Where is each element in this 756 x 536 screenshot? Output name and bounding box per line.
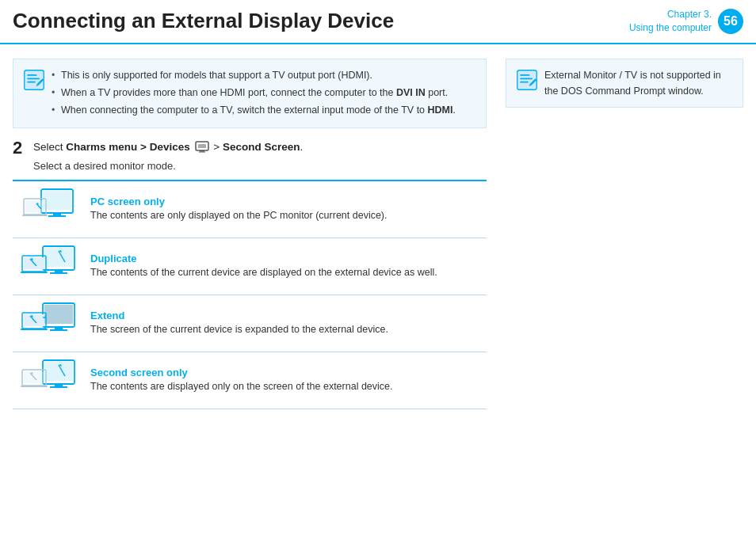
mode-name: Second screen only bbox=[90, 367, 479, 378]
svg-rect-13 bbox=[48, 215, 66, 217]
mode-desc: The contents of the current device are d… bbox=[90, 267, 437, 278]
svg-rect-57 bbox=[520, 78, 533, 79]
mode-desc: The contents are only displayed on the P… bbox=[90, 210, 388, 221]
table-row: Extend The screen of the current device … bbox=[13, 295, 487, 352]
mode-name: Extend bbox=[90, 310, 479, 321]
svg-rect-23 bbox=[50, 272, 67, 274]
svg-rect-12 bbox=[53, 213, 61, 215]
right-note-box: External Monitor / TV is not supported i… bbox=[506, 59, 743, 108]
left-note-box: This is only supported for models that s… bbox=[13, 59, 487, 128]
mode-table: PC screen only The contents are only dis… bbox=[13, 180, 487, 409]
mode-icon-cell bbox=[13, 352, 86, 409]
table-row: PC screen only The contents are only dis… bbox=[13, 181, 487, 238]
svg-rect-35 bbox=[50, 329, 67, 331]
svg-rect-1 bbox=[27, 74, 36, 76]
mode-icon-cell bbox=[13, 295, 86, 352]
chapter-sub: Using the computer bbox=[629, 22, 712, 33]
svg-marker-17 bbox=[29, 215, 38, 216]
second-screen-only-icon bbox=[21, 359, 78, 400]
step-instruction: Select Charms menu > Devices > Second Sc… bbox=[33, 139, 303, 155]
mode-name: PC screen only bbox=[90, 196, 479, 207]
svg-rect-2 bbox=[27, 78, 40, 79]
right-note-text: External Monitor / TV is not supported i… bbox=[544, 67, 733, 99]
svg-rect-46 bbox=[50, 386, 67, 388]
main-content: This is only supported for models that s… bbox=[0, 44, 756, 409]
svg-rect-8 bbox=[200, 150, 204, 152]
svg-rect-56 bbox=[520, 74, 529, 76]
mode-text-cell: Second screen only The contents are disp… bbox=[86, 352, 487, 409]
svg-rect-45 bbox=[55, 384, 63, 386]
step-number: 2 bbox=[13, 139, 27, 157]
svg-rect-44 bbox=[44, 362, 73, 381]
right-column: External Monitor / TV is not supported i… bbox=[506, 59, 743, 409]
svg-marker-29 bbox=[27, 272, 41, 273]
duplicate-icon bbox=[21, 245, 78, 286]
svg-rect-55 bbox=[517, 70, 537, 89]
mode-name: Duplicate bbox=[90, 253, 479, 264]
svg-rect-9 bbox=[199, 152, 205, 153]
step-sub-text: Select a desired monitor mode. bbox=[33, 160, 487, 172]
svg-rect-15 bbox=[25, 200, 44, 212]
svg-marker-39 bbox=[27, 329, 41, 330]
svg-rect-7 bbox=[198, 144, 206, 148]
left-note-text: This is only supported for models that s… bbox=[52, 67, 456, 120]
note-icon-right bbox=[516, 69, 538, 99]
extend-icon bbox=[21, 302, 78, 343]
svg-rect-34 bbox=[55, 327, 63, 329]
mode-desc: The contents are displayed only on the s… bbox=[90, 381, 392, 392]
svg-rect-0 bbox=[25, 70, 44, 89]
svg-rect-33 bbox=[44, 305, 73, 324]
mode-icon-cell bbox=[13, 238, 86, 295]
mode-text-cell: PC screen only The contents are only dis… bbox=[86, 181, 487, 238]
note-icon bbox=[23, 69, 45, 120]
svg-rect-21 bbox=[44, 248, 73, 267]
mode-text-cell: Duplicate The contents of the current de… bbox=[86, 238, 487, 295]
mode-desc: The screen of the current device is expa… bbox=[90, 324, 388, 335]
page-header: Connecting an External Display Device Ch… bbox=[0, 0, 756, 44]
chapter-label: Chapter 3. bbox=[667, 9, 712, 20]
left-column: This is only supported for models that s… bbox=[13, 59, 487, 409]
pc-only-icon bbox=[21, 188, 78, 229]
svg-rect-22 bbox=[55, 270, 63, 272]
svg-rect-11 bbox=[43, 191, 71, 210]
page-title: Connecting an External Display Device bbox=[13, 9, 394, 33]
table-row: Duplicate The contents of the current de… bbox=[13, 238, 487, 295]
svg-rect-3 bbox=[27, 81, 36, 82]
svg-rect-58 bbox=[520, 81, 529, 82]
step-row: 2 Select Charms menu > Devices > Second … bbox=[13, 139, 487, 157]
table-row: Second screen only The contents are disp… bbox=[13, 352, 487, 409]
page-number: 56 bbox=[718, 9, 743, 34]
chapter-info: Chapter 3. Using the computer 56 bbox=[629, 8, 743, 35]
svg-marker-52 bbox=[27, 386, 41, 387]
mode-icon-cell bbox=[13, 181, 86, 238]
mode-text-cell: Extend The screen of the current device … bbox=[86, 295, 487, 352]
